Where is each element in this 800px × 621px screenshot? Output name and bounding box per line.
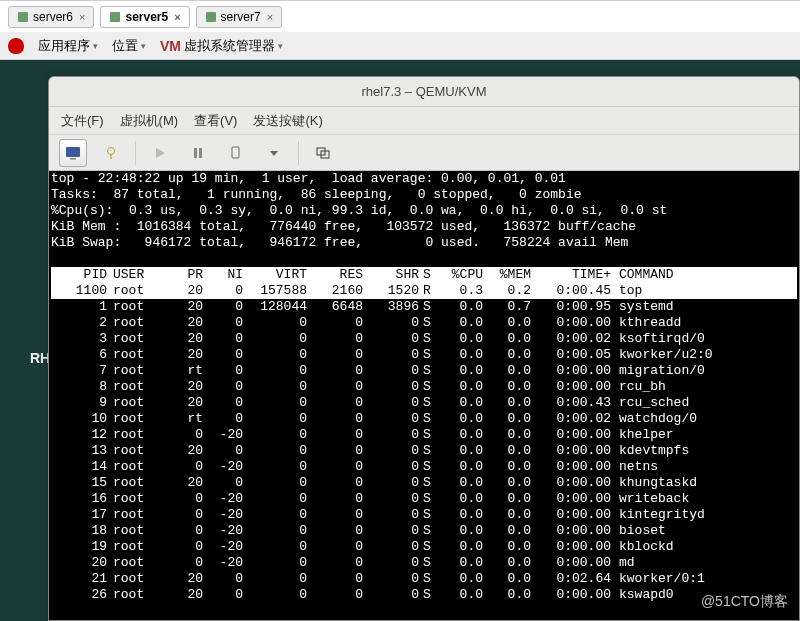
- page-icon: [205, 11, 217, 23]
- console-button[interactable]: [59, 139, 87, 167]
- process-row: 19root0-20000S0.00.00:00.00kblockd: [51, 539, 797, 555]
- process-row: 21root200000S0.00.00:02.64kworker/0:1: [51, 571, 797, 587]
- process-row: 16root0-20000S0.00.00:00.00writeback: [51, 491, 797, 507]
- vmm-toolbar: [49, 135, 799, 171]
- shutdown-button[interactable]: [222, 139, 250, 167]
- svg-rect-10: [232, 147, 239, 158]
- browser-tab[interactable]: server5×: [100, 6, 189, 28]
- svg-rect-0: [18, 12, 28, 22]
- menu-vm[interactable]: 虚拟机(M): [120, 112, 179, 130]
- pause-button[interactable]: [184, 139, 212, 167]
- guest-console[interactable]: top - 22:48:22 up 19 min, 1 user, load a…: [49, 171, 799, 620]
- toolbar-separator: [298, 141, 299, 165]
- svg-marker-11: [270, 151, 278, 156]
- top-summary-line: KiB Swap: 946172 total, 946172 free, 0 u…: [51, 235, 797, 251]
- gnome-top-bar: 应用程序▾ 位置▾ VM虚拟系统管理器▾: [0, 32, 800, 60]
- top-summary-line: KiB Mem : 1016384 total, 776440 free, 10…: [51, 219, 797, 235]
- svg-rect-9: [199, 148, 202, 158]
- menu-file[interactable]: 文件(F): [61, 112, 104, 130]
- svg-rect-2: [206, 12, 216, 22]
- close-tab-icon[interactable]: ×: [174, 11, 180, 23]
- page-icon: [109, 11, 121, 23]
- chevron-down-icon: ▾: [278, 41, 283, 51]
- top-summary-line: top - 22:48:22 up 19 min, 1 user, load a…: [51, 171, 797, 187]
- process-row: 12root0-20000S0.00.00:00.00khelper: [51, 427, 797, 443]
- watermark: @51CTO博客: [701, 593, 788, 611]
- close-tab-icon[interactable]: ×: [267, 11, 273, 23]
- process-row: 18root0-20000S0.00.00:00.00bioset: [51, 523, 797, 539]
- chevron-down-icon: ▾: [141, 41, 146, 51]
- process-row: 2root200000S0.00.00:00.00kthreadd: [51, 315, 797, 331]
- svg-rect-1: [110, 12, 120, 22]
- process-row: 3root200000S0.00.00:00.02ksoftirqd/0: [51, 331, 797, 347]
- svg-point-5: [108, 147, 115, 154]
- browser-tab-strip: server6×server5×server7×: [0, 0, 800, 32]
- fullscreen-button[interactable]: [309, 139, 337, 167]
- shutdown-dropdown[interactable]: [260, 139, 288, 167]
- svg-marker-7: [156, 148, 165, 158]
- menu-applications[interactable]: 应用程序▾: [38, 37, 98, 55]
- browser-tab[interactable]: server6×: [8, 6, 94, 28]
- toolbar-separator: [135, 141, 136, 165]
- svg-rect-4: [70, 158, 76, 160]
- svg-rect-8: [194, 148, 197, 158]
- vmm-window: rhel7.3 – QEMU/KVM 文件(F) 虚拟机(M) 查看(V) 发送…: [48, 76, 800, 621]
- top-header: PIDUSERPRNIVIRTRESSHRS%CPU%MEMTIME+COMMA…: [51, 267, 797, 283]
- close-tab-icon[interactable]: ×: [79, 11, 85, 23]
- svg-rect-6: [110, 154, 111, 159]
- process-row: 26root200000S0.00.00:00.00kswapd0: [51, 587, 797, 603]
- page-icon: [17, 11, 29, 23]
- process-row: 9root200000S0.00.00:00.43rcu_sched: [51, 395, 797, 411]
- redhat-logo-icon: [8, 38, 24, 54]
- top-summary-line: Tasks: 87 total, 1 running, 86 sleeping,…: [51, 187, 797, 203]
- process-row: 7rootrt0000S0.00.00:00.00migration/0: [51, 363, 797, 379]
- top-summary-line: %Cpu(s): 0.3 us, 0.3 sy, 0.0 ni, 99.3 id…: [51, 203, 797, 219]
- menu-vmm[interactable]: VM虚拟系统管理器▾: [160, 37, 283, 55]
- process-row: 20root0-20000S0.00.00:00.00md: [51, 555, 797, 571]
- browser-tab[interactable]: server7×: [196, 6, 282, 28]
- run-button[interactable]: [146, 139, 174, 167]
- process-row: 8root200000S0.00.00:00.00rcu_bh: [51, 379, 797, 395]
- process-row: 15root200000S0.00.00:00.00khungtaskd: [51, 475, 797, 491]
- chevron-down-icon: ▾: [93, 41, 98, 51]
- vmm-icon: VM: [160, 38, 181, 54]
- window-title: rhel7.3 – QEMU/KVM: [49, 77, 799, 107]
- menu-places[interactable]: 位置▾: [112, 37, 146, 55]
- details-button[interactable]: [97, 139, 125, 167]
- svg-rect-3: [66, 147, 80, 157]
- vmm-menubar: 文件(F) 虚拟机(M) 查看(V) 发送按键(K): [49, 107, 799, 135]
- process-row: 1root20012804466483896S0.00.70:00.95syst…: [51, 299, 797, 315]
- process-row: 13root200000S0.00.00:00.00kdevtmpfs: [51, 443, 797, 459]
- process-row: 6root200000S0.00.00:00.05kworker/u2:0: [51, 347, 797, 363]
- process-row: 17root0-20000S0.00.00:00.00kintegrityd: [51, 507, 797, 523]
- process-row: 1100root20015758821601520R0.30.20:00.45t…: [51, 283, 797, 299]
- menu-sendkeys[interactable]: 发送按键(K): [253, 112, 322, 130]
- process-row: 10rootrt0000S0.00.00:00.02watchdog/0: [51, 411, 797, 427]
- process-row: 14root0-20000S0.00.00:00.00netns: [51, 459, 797, 475]
- menu-view[interactable]: 查看(V): [194, 112, 237, 130]
